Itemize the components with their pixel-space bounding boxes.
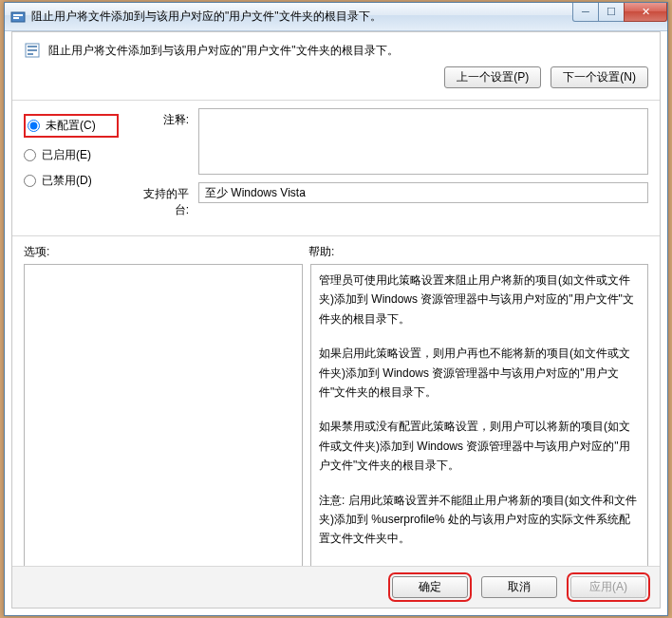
help-paragraph: 管理员可使用此策略设置来阻止用户将新的项目(如文件或文件夹)添加到 Window…: [319, 271, 640, 328]
radio-column: 未配置(C) 已启用(E) 已禁用(D): [24, 108, 119, 226]
previous-setting-button[interactable]: 上一个设置(P): [444, 66, 541, 88]
cancel-button[interactable]: 取消: [481, 576, 557, 598]
radio-not-configured-label: 未配置(C): [46, 118, 96, 134]
titlebar[interactable]: 阻止用户将文件添加到与该用户对应的"用户文件"文件夹的根目录下。 ─ ☐ ✕: [5, 3, 667, 31]
ok-button[interactable]: 确定: [392, 576, 468, 598]
help-paragraph: 注意: 启用此策略设置并不能阻止用户将新的项目(如文件和文件夹)添加到 %use…: [319, 491, 640, 549]
comment-textarea[interactable]: [198, 108, 648, 175]
radio-enabled-input[interactable]: [24, 149, 36, 161]
divider: [12, 235, 660, 236]
radio-disabled[interactable]: 已禁用(D): [24, 173, 119, 189]
panels-row: 管理员可使用此策略设置来阻止用户将新的项目(如文件或文件夹)添加到 Window…: [12, 264, 660, 573]
options-panel[interactable]: [24, 264, 303, 573]
options-label: 选项:: [24, 244, 308, 260]
platform-value: 至少 Windows Vista: [198, 182, 648, 203]
help-paragraph: 如果启用此策略设置，则用户再也不能将新的项目(如文件或文件夹)添加到 Windo…: [319, 344, 640, 402]
client-area: 阻止用户将文件添加到与该用户对应的"用户文件"文件夹的根目录下。 上一个设置(P…: [11, 31, 661, 609]
apply-button[interactable]: 应用(A): [570, 576, 646, 598]
help-label: 帮助:: [308, 244, 334, 260]
svg-rect-6: [28, 53, 33, 55]
svg-rect-2: [13, 17, 19, 19]
radio-disabled-label: 已禁用(D): [42, 173, 92, 189]
config-block: 未配置(C) 已启用(E) 已禁用(D) 注释: 支持的平台:: [12, 108, 660, 234]
maximize-button[interactable]: ☐: [598, 3, 625, 22]
comment-row: 注释:: [132, 108, 648, 175]
help-panel[interactable]: 管理员可使用此策略设置来阻止用户将新的项目(如文件或文件夹)添加到 Window…: [310, 264, 648, 573]
nav-row: 上一个设置(P) 下一个设置(N): [12, 63, 660, 98]
next-setting-button[interactable]: 下一个设置(N): [551, 66, 648, 88]
window-title: 阻止用户将文件添加到与该用户对应的"用户文件"文件夹的根目录下。: [31, 9, 573, 25]
svg-rect-1: [13, 14, 23, 16]
minimize-button[interactable]: ─: [572, 3, 599, 22]
radio-enabled-label: 已启用(E): [42, 147, 91, 163]
policy-title: 阻止用户将文件添加到与该用户对应的"用户文件"文件夹的根目录下。: [48, 43, 648, 59]
policy-icon: [24, 42, 41, 59]
radio-enabled[interactable]: 已启用(E): [24, 147, 119, 163]
divider: [12, 100, 660, 101]
svg-rect-5: [28, 49, 37, 51]
policy-editor-window: 阻止用户将文件添加到与该用户对应的"用户文件"文件夹的根目录下。 ─ ☐ ✕ 阻…: [4, 2, 668, 616]
header-row: 阻止用户将文件添加到与该用户对应的"用户文件"文件夹的根目录下。: [12, 32, 660, 63]
field-column: 注释: 支持的平台: 至少 Windows Vista: [132, 108, 648, 226]
window-controls: ─ ☐ ✕: [573, 3, 667, 22]
footer: 确定 取消 应用(A): [12, 566, 660, 608]
section-labels: 选项: 帮助:: [12, 244, 660, 264]
svg-rect-4: [28, 46, 37, 47]
platform-label: 支持的平台:: [132, 182, 198, 218]
comment-label: 注释:: [132, 108, 198, 128]
help-paragraph: 如果禁用或没有配置此策略设置，则用户可以将新的项目(如文件或文件夹)添加到 Wi…: [319, 417, 640, 475]
close-button[interactable]: ✕: [624, 3, 667, 22]
radio-not-configured-input[interactable]: [28, 120, 40, 132]
radio-not-configured[interactable]: 未配置(C): [24, 114, 119, 138]
platform-row: 支持的平台: 至少 Windows Vista: [132, 182, 648, 218]
radio-disabled-input[interactable]: [24, 175, 36, 187]
app-icon: [10, 9, 26, 25]
